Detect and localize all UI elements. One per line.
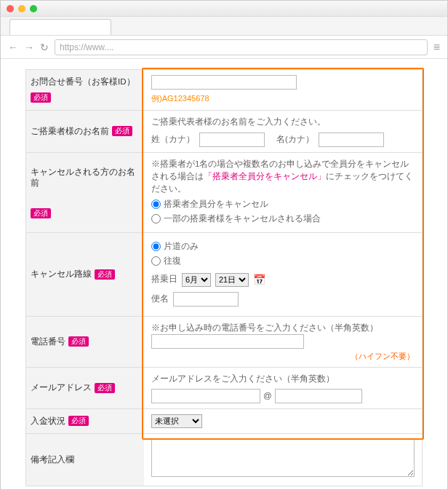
email-domain-input[interactable] [275,389,362,403]
opt-round: 往復 [164,255,181,267]
back-icon[interactable]: ← [8,42,18,53]
opt-cancel-some: 一部の搭乗者様をキャンセルされる場合 [164,213,321,225]
required-badge: 必須 [31,92,51,103]
label-boarding: 搭乗日 [151,273,177,285]
required-badge: 必須 [68,416,89,426]
label-remarks: 備考記入欄 [31,454,74,465]
email-local-input[interactable] [151,389,260,403]
url-input[interactable]: https://www.... [55,39,428,55]
label-email: メールアドレス [31,382,92,393]
inquiry-example: 例)AG12345678 [151,92,415,105]
label-route: キャンセル路線 [31,269,92,280]
email-note: メールアドレスをご入力ください（半角英数） [151,373,415,385]
radio-oneway[interactable] [151,242,161,251]
month-select[interactable]: 6月 [182,273,211,287]
page-content: お問合せ番号（お客様ID） 必須 例)AG12345678 ご搭乗者様のお名前 … [1,59,447,489]
flight-input[interactable] [173,292,239,307]
form-table: お問合せ番号（お客様ID） 必須 例)AG12345678 ご搭乗者様のお名前 … [25,69,423,486]
sei-input[interactable] [199,133,265,147]
label-sei: 姓（カナ） [151,133,195,146]
day-select[interactable]: 21日 [215,273,249,287]
required-badge: 必須 [68,336,89,347]
forward-icon[interactable]: → [24,42,34,53]
label-flight: 便名 [151,293,169,305]
required-badge: 必須 [31,208,51,218]
reload-icon[interactable]: ↻ [40,42,49,53]
passenger-note: ご搭乗代表者様のお名前をご入力ください。 [151,116,415,128]
opt-oneway: 片道のみ [164,240,199,253]
titlebar [1,1,447,17]
at-symbol: @ [263,390,272,402]
phone-hyphen-note: （ハイフン不要） [151,350,415,363]
radio-cancel-some[interactable] [151,214,161,224]
close-icon[interactable] [7,5,14,12]
inquiry-id-input[interactable] [151,75,297,90]
tabbar [1,17,447,36]
calendar-icon[interactable]: 📅 [253,272,265,288]
label-mei: 名(カナ） [276,133,314,146]
menu-icon[interactable]: ≡ [433,41,440,54]
label-inquiry: お問合せ番号（お客様ID） [31,76,135,87]
maximize-icon[interactable] [30,5,37,12]
radio-round[interactable] [151,256,161,266]
phone-input[interactable] [151,334,304,349]
toolbar: ← → ↻ https://www.... ≡ [1,36,447,59]
required-badge: 必須 [95,383,115,393]
radio-cancel-all[interactable] [151,199,161,209]
browser-tab[interactable] [9,19,111,35]
required-badge: 必須 [95,269,115,280]
label-cancelwho: キャンセルされる方のお名前 [31,167,140,189]
label-phone: 電話番号 [31,336,65,347]
mei-input[interactable] [319,133,384,147]
required-badge: 必須 [112,126,132,136]
remarks-textarea[interactable] [151,439,415,477]
label-deposit: 入金状況 [31,416,65,427]
label-passenger: ご搭乗者様のお名前 [31,126,109,137]
browser-window: ← → ↻ https://www.... ≡ お問合せ番号（お客様ID） 必須… [0,0,448,490]
cancelwho-note: ※搭乗者が1名の場合や複数名のお申し込みで全員分をキャンセルされる場合は「搭乗者… [151,158,415,196]
minimize-icon[interactable] [18,5,25,12]
deposit-select[interactable]: 未選択 [151,414,202,428]
phone-note: ※お申し込み時の電話番号をご入力ください（半角英数） [151,322,415,334]
opt-cancel-all: 搭乗者全員分をキャンセル [164,198,268,210]
